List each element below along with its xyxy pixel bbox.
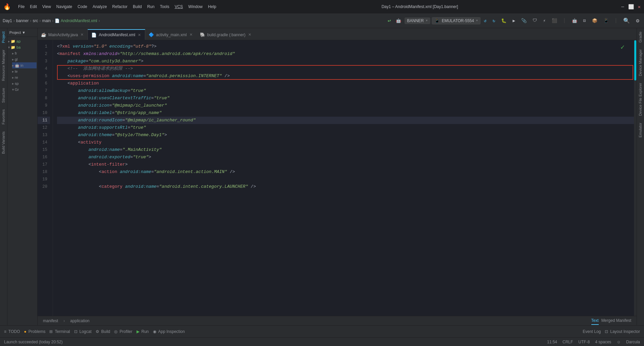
tree-item-ap[interactable]: ▸ 📁 ap [8,38,37,44]
menu-tools[interactable]: Tools [158,4,171,10]
tree-item-sp[interactable]: ▸ sp [12,80,37,86]
sync-btn[interactable]: ↻ [490,17,497,25]
run-btn[interactable]: ▶ [511,17,517,25]
tab-build-gradle[interactable]: 🐘 build.gradle (:banner) ✕ [197,29,255,40]
code-line-7[interactable]: android:allowBackup="true" [57,87,634,95]
theme-name[interactable]: Darcula [626,340,640,344]
resource-manager-tool[interactable]: Resource Manager [0,46,7,84]
breadcrumb-main[interactable]: main [42,18,51,23]
coverage-btn[interactable]: 🛡 [531,17,539,24]
tree-item-gr[interactable]: ▾ Gr [12,86,37,93]
scrollbar-handle[interactable] [634,40,636,80]
indent-setting[interactable]: 4 spaces [595,340,611,344]
code-line-6[interactable]: <application [57,80,634,87]
menu-analyze[interactable]: Analyze [91,4,109,10]
code-line-10[interactable]: android:label="@string/app_name" [57,109,634,117]
tab-activity-main[interactable]: 🔷 activity_main.xml ✕ [145,29,196,40]
terminal-tool-btn[interactable]: ⊞ Terminal [48,329,71,335]
text-view-tab[interactable]: Text [591,317,599,325]
minimize-button[interactable]: — [621,4,624,9]
close-button[interactable]: ✕ [638,4,641,10]
encoding[interactable]: UTF-8 [578,340,590,344]
code-line-14[interactable]: <activity [57,139,634,146]
code-line-12[interactable]: android:supportsRtl="true" [57,124,634,131]
gradle-tool-window[interactable]: Gradle [637,28,644,46]
code-line-1[interactable]: <?xml version="1.0" encoding="utf-8"?> [57,43,634,50]
emulator-tool[interactable]: Emulator [637,119,644,141]
tree-item-gl[interactable]: ▸ gl [12,56,37,62]
build-variants-tool[interactable]: Build Variants [0,128,7,157]
code-line-11[interactable]: android:roundIcon="@mipmap/ic_launcher_r… [57,117,634,124]
menu-code[interactable]: Code [75,4,89,10]
breadcrumb-day1[interactable]: Day1 [3,18,12,23]
settings-btn[interactable]: ⚙ [634,16,641,25]
menu-run[interactable]: Run [145,4,157,10]
menu-view[interactable]: View [40,4,53,10]
tree-item-ba[interactable]: ▾ 📁 ba [8,44,37,50]
attach-btn[interactable]: 📎 [519,17,529,25]
code-line-15[interactable]: android:name=".MainActivity" [57,146,634,154]
tab-androidmanifest[interactable]: 📄 AndroidManifest.xml ✕ [88,29,145,40]
cursor-position[interactable]: 11:54 [547,340,557,344]
tree-item-in[interactable]: ▸ 🤖 in [12,62,37,68]
code-line-20[interactable]: <category android:name="android.intent.c… [57,183,634,190]
menu-edit[interactable]: Edit [28,4,39,10]
breadcrumb-banner[interactable]: banner [16,18,29,23]
code-line-16[interactable]: android:exported="true"> [57,154,634,161]
menu-vcs[interactable]: VCS [173,4,185,10]
code-line-8[interactable]: android:usesCleartextTraffic="true" [57,95,634,102]
menu-refactor[interactable]: Refactor [110,4,129,10]
menu-help[interactable]: Help [206,4,218,10]
menu-file[interactable]: File [16,4,26,10]
merged-manifest-tab[interactable]: Merged Manifest [601,317,631,325]
code-line-13[interactable]: android:theme="@style/Theme.Day1"> [57,131,634,139]
profiler-tool-btn[interactable]: ◎ Profiler [113,329,133,335]
sdk-mgr-icon[interactable]: 📦 [590,17,599,25]
run-configuration-selector[interactable]: BANNER ▼ [405,17,430,24]
device-file-explorer-tool[interactable]: Device File Explorer [637,79,644,119]
favorites-tool[interactable]: Favorites [0,106,7,128]
bug-btn[interactable]: 🐛 [499,17,508,25]
avd-icon[interactable]: 📱 [601,17,611,25]
breadcrumb-src[interactable]: src [33,18,38,23]
todo-tool-btn[interactable]: ≡ TODO [3,329,21,335]
code-line-3[interactable]: package="com.unity3d.banner"> [57,58,634,65]
device-manager-tool[interactable]: Device Manager [637,46,644,79]
menu-build[interactable]: Build [131,4,144,10]
tab-activity-main-close[interactable]: ✕ [189,32,193,37]
tree-item-fr[interactable]: ▸ fr [12,50,37,56]
android-icon[interactable]: 🤖 [570,17,579,25]
build-tool-btn[interactable]: ⚙ Build [94,329,112,335]
menu-navigate[interactable]: Navigate [54,4,74,10]
event-log-btn[interactable]: Event Log [581,329,602,335]
search-everywhere-btn[interactable]: 🔍 [621,16,632,25]
line-ending[interactable]: CRLF [562,340,573,344]
tree-item-le[interactable]: ▸ le [12,68,37,74]
tab-build-gradle-close[interactable]: ✕ [248,32,252,37]
smiley-face[interactable]: ☺ [616,340,621,344]
project-tool-window[interactable]: Project [0,28,7,46]
code-line-2[interactable]: <manifest xmlns:android="http://schemas.… [57,50,634,58]
layout-inspector-btn[interactable]: ⊡ Layout Inspector [603,329,641,335]
tab-mainactivity-close[interactable]: ✕ [80,32,84,37]
code-content-area[interactable]: <?xml version="1.0" encoding="utf-8"?> <… [53,40,634,316]
editor-scrollbar[interactable] [634,40,637,316]
code-line-18[interactable]: <action android:name="android.intent.act… [57,168,634,176]
logcat-tool-btn[interactable]: ⊡ Logcat [73,329,93,335]
tree-item-re[interactable]: ▸ re [12,74,37,80]
code-line-19[interactable] [57,176,634,183]
code-line-4[interactable]: <!-- 添加网络请求的权限 --> [57,65,634,72]
code-line-9[interactable]: android:icon="@mipmap/ic_launcher" [57,102,634,109]
device-mirror-icon[interactable]: ⊡ [581,17,588,25]
code-line-5[interactable]: <uses-permission android:name="android.p… [57,72,634,80]
menu-window[interactable]: Window [186,4,205,10]
tab-androidmanifest-close[interactable]: ✕ [137,33,142,38]
code-line-17[interactable]: <intent-filter> [57,161,634,168]
breadcrumb-manifest[interactable]: 📄 AndroidManifest.xml [55,18,97,23]
stop-btn[interactable]: ⬛ [550,17,559,25]
problems-tool-btn[interactable]: ● Problems [22,329,47,335]
structure-tool[interactable]: Structure [0,84,7,106]
tab-mainactivity[interactable]: ☕ MainActivity.java ✕ [38,29,88,40]
emulator-selector[interactable]: 📱 EMULATOR-5554 ▼ [432,17,481,24]
back-arrow-btn[interactable]: ↩ [386,16,393,25]
